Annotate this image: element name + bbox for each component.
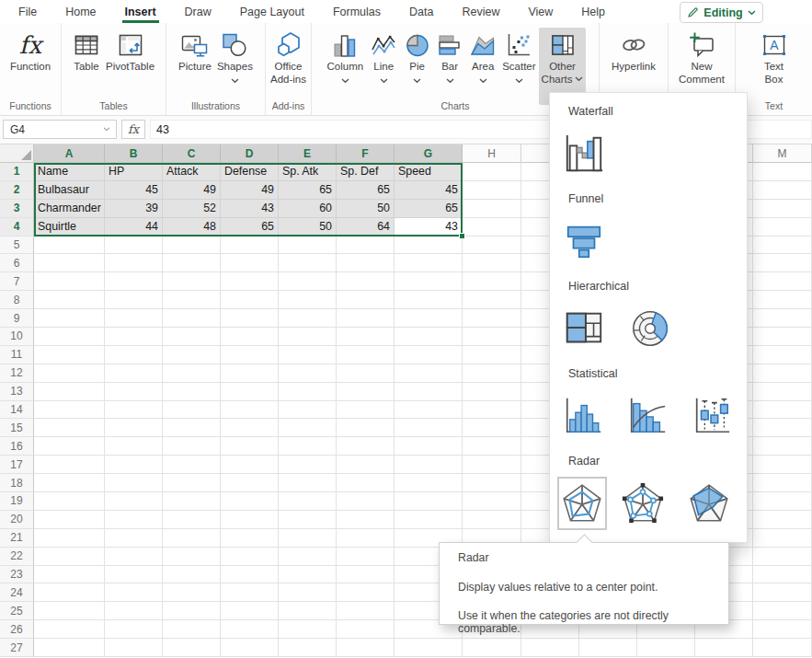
tab-home[interactable]: Home (65, 0, 96, 23)
chart-type-histogram[interactable] (562, 391, 604, 441)
row-header-5[interactable]: 5 (0, 237, 34, 255)
ribbon-button-office-add-ins[interactable]: OfficeAdd-ins (268, 28, 309, 105)
cell-D7[interactable] (221, 272, 279, 291)
cell-C20[interactable] (163, 511, 221, 529)
cell-B6[interactable] (105, 254, 163, 272)
cell-D17[interactable] (221, 456, 279, 474)
cell-F25[interactable] (337, 602, 395, 620)
cell-M5[interactable] (753, 237, 812, 255)
cell-H16[interactable] (463, 437, 521, 456)
cell-B9[interactable] (105, 309, 163, 328)
cell-H15[interactable] (463, 419, 521, 437)
cell-A16[interactable] (34, 437, 105, 456)
cell-H17[interactable] (463, 456, 521, 474)
chart-type-radar-with-markers[interactable] (621, 479, 665, 528)
cell-I27[interactable] (521, 639, 579, 657)
cell-B2[interactable]: 45 (105, 181, 163, 200)
cell-C4[interactable]: 48 (163, 218, 221, 237)
row-header-15[interactable]: 15 (0, 419, 34, 437)
cell-H10[interactable] (463, 328, 521, 346)
cell-F4[interactable]: 64 (337, 218, 395, 237)
cell-F18[interactable] (337, 474, 395, 492)
cell-B16[interactable] (105, 437, 163, 456)
cell-M22[interactable] (753, 548, 812, 566)
cell-D23[interactable] (221, 566, 279, 584)
cell-G7[interactable] (395, 272, 463, 291)
cell-M19[interactable] (753, 492, 812, 511)
cell-D9[interactable] (221, 309, 279, 328)
select-all-corner[interactable] (0, 144, 34, 163)
cell-M21[interactable] (753, 529, 812, 548)
cell-M15[interactable] (753, 419, 812, 437)
cell-D12[interactable] (221, 364, 279, 383)
cell-A26[interactable] (34, 620, 105, 639)
cell-F12[interactable] (337, 364, 395, 383)
cell-B1[interactable]: HP (105, 163, 163, 181)
tab-file[interactable]: File (18, 0, 37, 23)
cell-F5[interactable] (337, 237, 395, 255)
cell-D5[interactable] (221, 237, 279, 255)
tab-formulas[interactable]: Formulas (333, 0, 381, 23)
row-header-11[interactable]: 11 (0, 346, 34, 364)
cell-A24[interactable] (34, 583, 105, 602)
cell-F6[interactable] (337, 254, 395, 272)
cell-H5[interactable] (463, 237, 521, 255)
cell-C9[interactable] (163, 309, 221, 328)
cell-A27[interactable] (34, 639, 105, 657)
cell-C18[interactable] (163, 474, 221, 492)
ribbon-button-shapes[interactable]: Shapes (214, 28, 256, 105)
tab-page-layout[interactable]: Page Layout (240, 0, 304, 23)
cell-C16[interactable] (163, 437, 221, 456)
cell-B17[interactable] (105, 456, 163, 474)
cell-D16[interactable] (221, 437, 279, 456)
cell-F14[interactable] (337, 401, 395, 420)
cell-B24[interactable] (105, 583, 163, 602)
cell-A23[interactable] (34, 566, 105, 584)
cell-A14[interactable] (34, 401, 105, 420)
cell-E17[interactable] (279, 456, 337, 474)
cell-B11[interactable] (105, 346, 163, 364)
cell-D2[interactable]: 49 (221, 181, 279, 200)
cell-H19[interactable] (463, 492, 521, 511)
cell-H1[interactable] (463, 163, 521, 181)
cell-D22[interactable] (221, 548, 279, 566)
cell-C14[interactable] (163, 401, 221, 420)
cell-G5[interactable] (395, 237, 463, 255)
row-header-1[interactable]: 1 (0, 163, 34, 181)
cell-B13[interactable] (105, 383, 163, 401)
cell-K27[interactable] (637, 639, 695, 657)
cell-C6[interactable] (163, 254, 221, 272)
cell-G2[interactable]: 45 (395, 181, 463, 200)
row-header-10[interactable]: 10 (0, 328, 34, 346)
insert-function-button[interactable]: fx (121, 120, 145, 139)
cell-M8[interactable] (753, 291, 812, 309)
cell-A2[interactable]: Bulbasaur (34, 181, 105, 200)
cell-H6[interactable] (463, 254, 521, 272)
cell-A20[interactable] (34, 511, 105, 529)
cell-E1[interactable]: Sp. Atk (279, 163, 337, 181)
row-header-2[interactable]: 2 (0, 181, 34, 200)
cell-A18[interactable] (34, 474, 105, 492)
cell-M13[interactable] (753, 383, 812, 401)
cell-E18[interactable] (279, 474, 337, 492)
ribbon-button-text-box[interactable]: ATextBox (758, 28, 791, 105)
column-header-M[interactable]: M (753, 144, 812, 163)
row-header-19[interactable]: 19 (0, 492, 34, 511)
cell-E22[interactable] (279, 548, 337, 566)
cell-G17[interactable] (395, 456, 463, 474)
cell-B12[interactable] (105, 364, 163, 383)
column-header-G[interactable]: G (395, 144, 463, 163)
cell-D4[interactable]: 65 (221, 218, 279, 237)
cell-M7[interactable] (753, 272, 812, 291)
cell-F13[interactable] (337, 383, 395, 401)
cell-C11[interactable] (163, 346, 221, 364)
cell-A17[interactable] (34, 456, 105, 474)
chart-type-sunburst[interactable] (628, 304, 672, 353)
ribbon-button-picture[interactable]: Picture (176, 28, 214, 105)
cell-C23[interactable] (163, 566, 221, 584)
cell-M25[interactable] (753, 602, 812, 620)
cell-A1[interactable]: Name (34, 163, 105, 181)
cell-C15[interactable] (163, 419, 221, 437)
row-header-14[interactable]: 14 (0, 401, 34, 420)
cell-M2[interactable] (753, 181, 812, 200)
